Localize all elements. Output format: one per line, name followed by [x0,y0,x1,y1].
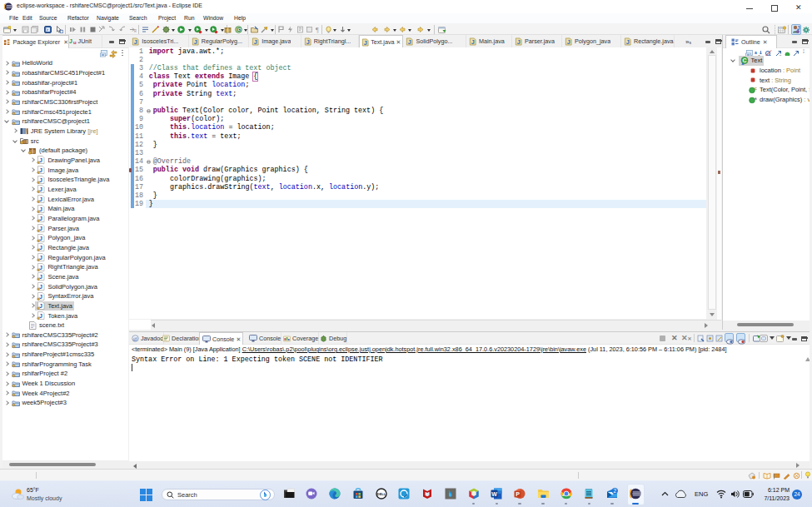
svg-text:W: W [491,491,497,497]
svg-text:¶: ¶ [316,27,319,33]
svg-text:P: P [516,491,520,497]
svg-text:c: c [755,86,757,91]
svg-text:DELL: DELL [376,492,386,496]
svg-text:2: 2 [613,488,616,494]
svg-text:C: C [742,57,746,63]
svg-text:@: @ [133,336,138,341]
svg-text:G: G [237,27,241,32]
svg-text:J: J [797,25,800,31]
svg-text:R: R [134,29,137,33]
svg-text:a: a [755,50,757,55]
